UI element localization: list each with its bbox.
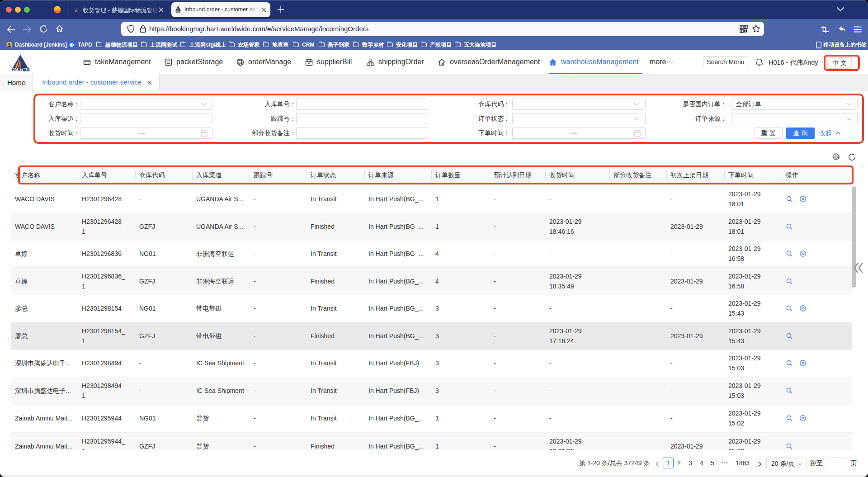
svg-text:HART: HART bbox=[12, 67, 24, 71]
svg-text:赫德: 赫德 bbox=[23, 68, 30, 71]
